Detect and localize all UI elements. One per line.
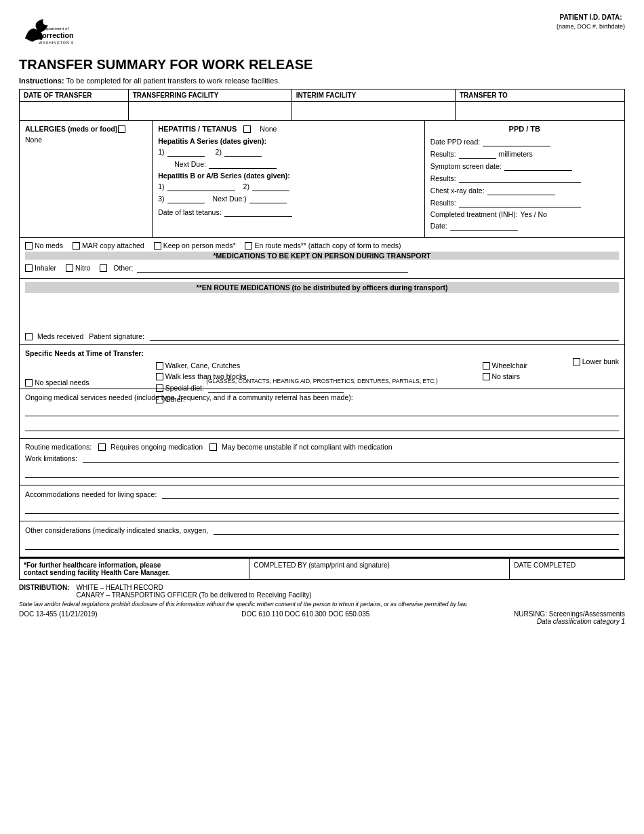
en-route-checkbox[interactable]	[245, 242, 252, 250]
routine-label: Routine medications:	[25, 443, 92, 451]
hep-b-2-field[interactable]	[252, 182, 289, 191]
other-considerations-field[interactable]	[214, 525, 619, 535]
svg-text:Department of: Department of	[42, 26, 69, 31]
col-transfer-to: TRANSFER TO	[455, 90, 624, 102]
svg-text:WASHINGTON STATE: WASHINGTON STATE	[39, 41, 73, 45]
accommodations-field[interactable]	[162, 490, 619, 499]
accommodations-row: Accommodations needed for living space:	[25, 490, 619, 499]
work-limits-field[interactable]	[83, 454, 619, 463]
tetanus-label: Date of last tetanus:	[158, 208, 221, 216]
en-route-footer: Meds received Patient signature:	[25, 332, 619, 341]
allergies-section: ALLERGIES (meds or food) None	[20, 121, 153, 237]
main-content: ALLERGIES (meds or food) None HEPATITIS …	[19, 121, 625, 558]
ppd-symptom-field[interactable]	[504, 161, 572, 171]
walker-checkbox[interactable]	[156, 362, 163, 370]
other-considerations-field-2[interactable]	[25, 540, 619, 550]
ppd-results2-field[interactable]	[459, 174, 581, 183]
state-law-note: State law and/or federal regulations pro…	[19, 601, 625, 608]
date-of-transfer-value[interactable]	[20, 102, 129, 121]
instructions-label: Instructions:	[19, 77, 64, 85]
transfer-to-value[interactable]	[455, 102, 624, 121]
other-meds-checkbox[interactable]	[100, 264, 107, 272]
transfer-table: DATE OF TRANSFER TRANSFERRING FACILITY I…	[19, 89, 625, 121]
footer-notes: DISTRIBUTION: WHITE – HEALTH RECORD CANA…	[19, 580, 625, 628]
ppd-chest-xray-field[interactable]	[487, 186, 555, 195]
hep-b-next-due-label: Next Due:)	[213, 195, 247, 203]
no-special-checkbox[interactable]	[25, 379, 33, 386]
hep-b-3-field[interactable]	[167, 194, 205, 203]
hep-b-1-label: 1)	[158, 182, 164, 191]
doc-number: DOC 13-455 (11/21/2019)	[19, 610, 98, 625]
other-meds-field[interactable]	[137, 263, 408, 273]
hep-a-next-due-field[interactable]	[209, 159, 277, 169]
ppd-date-read-field[interactable]	[483, 137, 550, 146]
en-route-body[interactable]	[25, 297, 619, 327]
special-diet-checkbox[interactable]	[156, 384, 163, 392]
col-transferring-facility: TRANSFERRING FACILITY	[128, 90, 291, 102]
patient-id-label: PATIENT I.D. DATA:	[557, 12, 625, 22]
work-limits-field-2[interactable]	[25, 469, 619, 478]
ppd-results3-field[interactable]	[459, 198, 581, 207]
ppd-date-field[interactable]	[450, 221, 518, 231]
keep-on-person-checkbox[interactable]	[154, 242, 161, 250]
no-stairs-item: No stairs	[483, 372, 619, 380]
hep-a-1-field[interactable]	[167, 147, 205, 157]
meds-row: No meds MAR copy attached Keep on person…	[25, 241, 619, 250]
lower-bunk-checkbox[interactable]	[573, 358, 580, 365]
ongoing-field-1[interactable]	[25, 407, 619, 416]
accommodations-label: Accommodations needed for living space:	[25, 490, 157, 498]
patient-id-sub: (name, DOC #, birthdate)	[557, 22, 625, 32]
ppd-results3-label: Results:	[430, 199, 456, 207]
hep-b-next-due-field[interactable]	[249, 194, 287, 203]
hep-b-1-field[interactable]	[167, 182, 235, 191]
allergies-checkbox[interactable]	[118, 125, 125, 133]
may-become-checkbox[interactable]	[209, 443, 217, 451]
nitro-label: Nitro	[75, 264, 90, 272]
instructions: Instructions: To be completed for all pa…	[19, 77, 625, 85]
transferring-facility-value[interactable]	[128, 102, 291, 121]
svg-text:Corrections: Corrections	[37, 31, 73, 39]
lower-bunk-label: Lower bunk	[582, 357, 619, 365]
requires-checkbox[interactable]	[98, 443, 106, 451]
other-meds-item: Other:	[100, 263, 408, 273]
routine-row: Routine medications: Requires ongoing me…	[25, 443, 619, 451]
inhaler-checkbox[interactable]	[25, 264, 33, 272]
hep-a-2-field[interactable]	[224, 147, 262, 157]
hepatitis-none-checkbox[interactable]	[243, 125, 251, 133]
no-meds-checkbox[interactable]	[25, 242, 33, 250]
nitro-item: Nitro	[66, 264, 90, 272]
mar-copy-checkbox[interactable]	[73, 242, 80, 250]
special-diet-field[interactable]	[208, 383, 344, 393]
accommodations-field-2[interactable]	[25, 504, 619, 514]
walk-less-checkbox[interactable]	[156, 373, 163, 380]
footer-right-cell: DATE COMPLETED	[510, 559, 625, 580]
interim-facility-value[interactable]	[291, 102, 455, 121]
wheelchair-checkbox[interactable]	[483, 362, 490, 370]
hepatitis-section: HEPATITIS / TETANUS None Hepatitis A Ser…	[153, 121, 424, 237]
logo-area: Department of Corrections WASHINGTON STA…	[19, 12, 73, 53]
patient-sig-field[interactable]	[150, 332, 619, 341]
ppd-results1-field[interactable]	[459, 149, 496, 159]
ppd-date-label: Date:	[430, 222, 447, 230]
tetanus-field[interactable]	[224, 207, 292, 217]
instructions-text: To be completed for all patient transfer…	[66, 77, 279, 85]
requires-label: Requires ongoing medication	[110, 443, 203, 451]
ppd-completed-row: Completed treatment (INH): Yes / No	[430, 210, 619, 218]
hep-a-2-label: 2)	[216, 148, 222, 156]
hep-b-3-row: 3) Next Due:)	[158, 194, 418, 203]
meds-received-checkbox[interactable]	[25, 333, 33, 340]
ppd-symptom-label: Symptom screen date:	[430, 162, 502, 170]
distribution-label: DISTRIBUTION:	[19, 584, 69, 599]
ppd-chest-xray-row: Chest x-ray date:	[430, 186, 619, 195]
ppd-results2-row: Results:	[430, 174, 619, 183]
no-stairs-checkbox[interactable]	[483, 373, 490, 380]
nitro-checkbox[interactable]	[66, 264, 73, 272]
hep-a-label: Hepatitis A Series (dates given):	[158, 137, 418, 145]
work-limits-row: Work limitations:	[25, 454, 619, 463]
mar-copy-label: MAR copy attached	[82, 241, 144, 250]
nursing-info: NURSING: Screenings/Assessments Data cla…	[514, 610, 625, 625]
meds-received-label: Meds received	[37, 332, 83, 340]
hep-b-2-label: 2)	[243, 182, 249, 191]
ongoing-field-2[interactable]	[25, 422, 619, 431]
ppd-results2-label: Results:	[430, 174, 456, 182]
